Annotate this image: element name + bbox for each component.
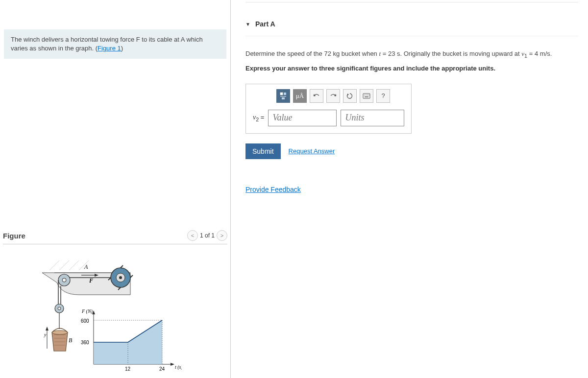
label-B: B <box>69 337 73 344</box>
part-title: Part A <box>255 20 275 28</box>
xlabel: t (s) <box>175 364 182 370</box>
problem-text-after: ) <box>121 45 123 52</box>
svg-line-3 <box>69 260 79 270</box>
svg-point-14 <box>58 307 61 310</box>
pager-next-button[interactable]: > <box>217 230 227 241</box>
reset-button[interactable] <box>343 89 357 103</box>
label-A: A <box>84 263 88 270</box>
svg-point-42 <box>366 94 367 95</box>
svg-point-16 <box>52 331 68 334</box>
special-chars-button[interactable]: μÅ <box>293 89 307 103</box>
svg-line-1 <box>49 260 59 270</box>
submit-button[interactable]: Submit <box>245 143 281 159</box>
force-time-graph: 600 360 12 24 F (N) t (s) <box>79 308 182 377</box>
svg-point-44 <box>368 94 369 95</box>
ytick-600: 600 <box>81 318 89 324</box>
answer-box: μÅ ? v2 = <box>245 84 412 134</box>
value-input[interactable] <box>268 110 337 126</box>
figure-pager: < 1 of 1 > <box>187 230 227 241</box>
keyboard-button[interactable] <box>360 89 373 103</box>
xtick-12: 12 <box>125 366 131 372</box>
collapse-caret-icon: ▼ <box>245 22 250 27</box>
figure-title: Figure <box>3 232 25 240</box>
part-a-header[interactable]: ▼ Part A <box>245 2 578 36</box>
svg-point-43 <box>367 94 368 95</box>
label-F: F <box>89 277 93 284</box>
svg-point-7 <box>119 276 122 279</box>
svg-point-41 <box>364 94 365 95</box>
answer-var-label: v2 = <box>253 114 264 122</box>
fraction-template-button[interactable] <box>276 89 290 103</box>
svg-marker-22 <box>46 327 49 331</box>
svg-marker-29 <box>171 363 174 366</box>
svg-rect-40 <box>363 94 370 98</box>
xtick-24: 24 <box>159 366 165 372</box>
svg-rect-35 <box>280 93 283 95</box>
figure-link[interactable]: Figure 1 <box>98 45 121 52</box>
undo-button[interactable] <box>310 89 323 103</box>
help-button[interactable]: ? <box>376 89 390 103</box>
units-input[interactable] <box>341 110 404 126</box>
pager-prev-button[interactable]: < <box>187 230 198 241</box>
svg-text:y: y <box>44 332 47 337</box>
ylabel: F (N) <box>81 308 93 314</box>
svg-rect-36 <box>284 93 286 95</box>
answer-toolbar: μÅ ? <box>276 89 404 103</box>
figure-section: Figure < 1 of 1 > <box>3 230 227 371</box>
ytick-360: 360 <box>81 340 89 345</box>
svg-rect-38 <box>282 97 285 99</box>
svg-marker-39 <box>347 94 349 95</box>
svg-line-2 <box>59 260 69 270</box>
answer-instruction: Express your answer to three significant… <box>245 65 578 72</box>
svg-rect-45 <box>365 96 368 97</box>
svg-point-10 <box>62 278 66 282</box>
figure-diagram: y A F B <box>32 253 199 371</box>
question-text: Determine the speed of the 72 kg bucket … <box>245 49 578 60</box>
problem-statement: The winch delivers a horizontal towing f… <box>4 29 226 59</box>
request-answer-link[interactable]: Request Answer <box>289 147 335 155</box>
pager-label: 1 of 1 <box>200 232 215 239</box>
redo-button[interactable] <box>326 89 340 103</box>
provide-feedback-link[interactable]: Provide Feedback <box>245 186 301 193</box>
